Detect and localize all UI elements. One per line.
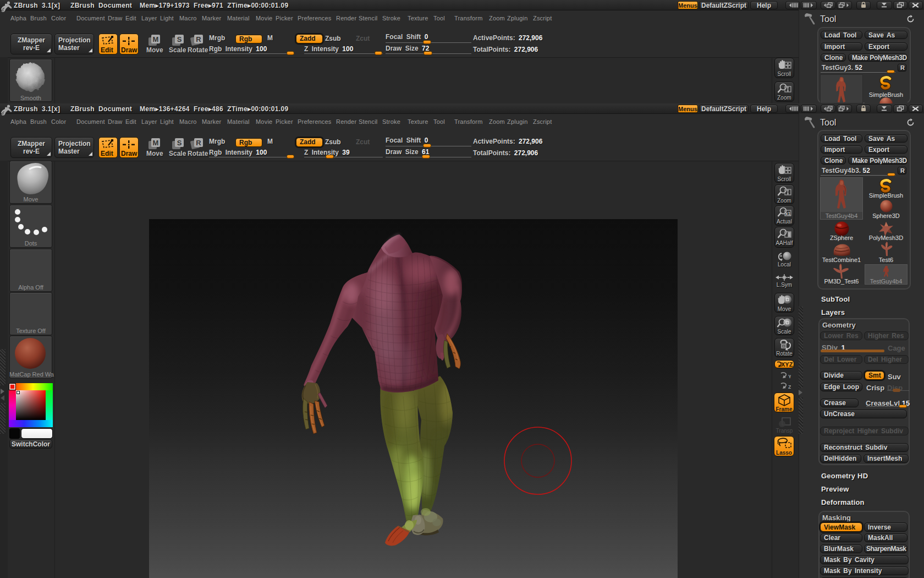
svg-text:M: M: [153, 139, 159, 147]
svg-text:S: S: [177, 35, 182, 43]
svg-text:Z: Z: [788, 384, 791, 389]
svg-text:Y: Y: [788, 374, 791, 379]
svg-text:M: M: [153, 35, 159, 43]
svg-text:S: S: [177, 139, 182, 147]
svg-text:R: R: [196, 139, 201, 147]
svg-text:x1: x1: [785, 211, 791, 216]
svg-text:R: R: [196, 35, 201, 43]
